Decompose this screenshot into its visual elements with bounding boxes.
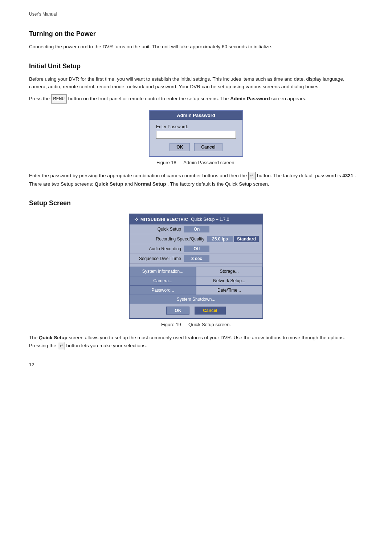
quick-setup-dialog-wrapper: MITSUBISHI ELECTRIC Quick Setup – 1.7.0 … — [29, 214, 363, 319]
section2-para2: Press the MENU button on the front panel… — [29, 94, 363, 104]
qs-link-network-setup[interactable]: Network Setup... — [196, 276, 262, 285]
admin-dialog-body: Enter Password: OK Cancel — [150, 120, 242, 156]
qs-link-datetime[interactable]: Date/Time... — [196, 285, 262, 295]
qs-link-camera[interactable]: Camera... — [130, 276, 196, 285]
page-number: 12 — [29, 362, 363, 367]
svg-marker-3 — [137, 218, 138, 220]
admin-password-dialog-wrapper: Admin Password Enter Password: OK Cancel — [29, 110, 363, 157]
figure19-caption: Figure 19 — Quick Setup screen. — [29, 322, 363, 327]
section3-title: Setup Screen — [29, 199, 363, 207]
qs-ok-button[interactable]: OK — [166, 307, 189, 315]
qs-value-audio: Off — [184, 246, 209, 252]
qs-label-sequence: Sequence Dwell Time — [133, 256, 184, 261]
enter-icon: ↵ — [248, 172, 256, 180]
page-container: User's Manual Turning on the Power Conne… — [0, 0, 392, 555]
para3-mid: button. The factory default password is — [257, 173, 342, 178]
qs-links-row3: Password... Date/Time... — [130, 285, 262, 295]
section-initial-unit-setup: Initial Unit Setup Before using your DVR… — [29, 62, 363, 188]
qs-links-row2: Camera... Network Setup... — [130, 276, 262, 285]
qs-version: Quick Setup – 1.7.0 — [191, 217, 229, 222]
qs-link-password[interactable]: Password... — [130, 285, 196, 295]
para3-suffix: . The factory default is the Quick Setup… — [167, 181, 269, 187]
section1-paragraph: Connecting the power cord to the DVR tur… — [29, 43, 363, 51]
section3-para1: The Quick Setup screen allows you to set… — [29, 334, 363, 350]
qs-body: Quick Setup On Recording Speed/Quality 2… — [130, 224, 262, 318]
admin-cancel-button[interactable]: Cancel — [194, 143, 222, 151]
section3-quicksetup-ref: Quick Setup — [39, 335, 68, 340]
qs-row-quicksetup: Quick Setup On — [130, 224, 262, 234]
admin-password-bold: Admin Password — [230, 96, 271, 101]
section3-para1-end: button lets you make your selections. — [66, 343, 147, 348]
figure18-caption: Figure 18 — Admin Password screen. — [29, 160, 363, 165]
enter-icon2: ↵ — [58, 342, 65, 350]
qs-row-recording: Recording Speed/Quality 25.0 lps Standar… — [130, 234, 262, 244]
svg-marker-0 — [136, 216, 137, 219]
para3-pre: Enter the password by pressing the appro… — [29, 173, 248, 178]
qs-bottom-buttons: OK Cancel — [130, 304, 262, 318]
menu-label: MENU — [51, 94, 67, 104]
qs-title-bar: MITSUBISHI ELECTRIC Quick Setup – 1.7.0 — [130, 214, 262, 224]
qs-label-quicksetup: Quick Setup — [133, 227, 184, 232]
qs-value-quicksetup: On — [184, 226, 209, 232]
qs-shutdown-row[interactable]: System Shutdown... — [130, 295, 262, 304]
section-turning-on-power: Turning on the Power Connecting the powe… — [29, 30, 363, 51]
section1-title: Turning on the Power — [29, 30, 363, 38]
section2-title: Initial Unit Setup — [29, 62, 363, 70]
qs-label-audio: Audio Recording — [133, 246, 184, 251]
default-password: 4321 — [342, 173, 353, 178]
para2-end: screen appears. — [271, 96, 306, 101]
header-bar: User's Manual — [29, 11, 363, 19]
qs-link-storage[interactable]: Storage... — [196, 267, 262, 276]
qs-value-standard: Standard — [234, 236, 259, 242]
admin-ok-button[interactable]: OK — [170, 143, 190, 151]
qs-value-sequence: 3 sec — [184, 255, 209, 262]
qs-value-recording: 25.0 lps — [207, 236, 233, 242]
admin-dialog-buttons: OK Cancel — [156, 143, 236, 151]
qs-spacer — [130, 264, 262, 267]
qs-links-row1: System Information... Storage... — [130, 267, 262, 276]
admin-password-input[interactable] — [156, 131, 236, 139]
section3-para1-pre: The — [29, 335, 39, 340]
qs-link-system-info[interactable]: System Information... — [130, 267, 196, 276]
section-setup-screen: Setup Screen MITSUBISHI ELECTRIC — [29, 199, 363, 350]
svg-marker-2 — [135, 218, 136, 220]
and-text: and — [124, 181, 134, 187]
para2-mid: button on the front panel or remote cont… — [68, 96, 230, 101]
brand-name: MITSUBISHI ELECTRIC — [140, 217, 188, 222]
quick-setup-dialog: MITSUBISHI ELECTRIC Quick Setup – 1.7.0 … — [129, 214, 263, 319]
section2-para3: Enter the password by pressing the appro… — [29, 172, 363, 188]
admin-dialog-label: Enter Password: — [156, 124, 236, 129]
quick-setup-ref1: Quick Setup — [95, 181, 123, 187]
qs-row-audio: Audio Recording Off — [130, 244, 262, 254]
qs-brand: MITSUBISHI ELECTRIC — [132, 216, 188, 223]
admin-dialog-title: Admin Password — [150, 111, 242, 120]
qs-row-sequence: Sequence Dwell Time 3 sec — [130, 254, 262, 264]
svg-marker-1 — [136, 219, 137, 221]
para2-pre: Press the — [29, 96, 51, 101]
admin-password-dialog: Admin Password Enter Password: OK Cancel — [149, 110, 243, 157]
qs-label-recording: Recording Speed/Quality — [133, 236, 207, 242]
qs-cancel-button[interactable]: Cancel — [195, 307, 225, 315]
section2-para1: Before using your DVR for the first time… — [29, 75, 363, 91]
mitsubishi-logo-icon — [132, 216, 139, 223]
header-label: User's Manual — [29, 12, 57, 17]
normal-setup-ref: Normal Setup — [134, 181, 166, 187]
